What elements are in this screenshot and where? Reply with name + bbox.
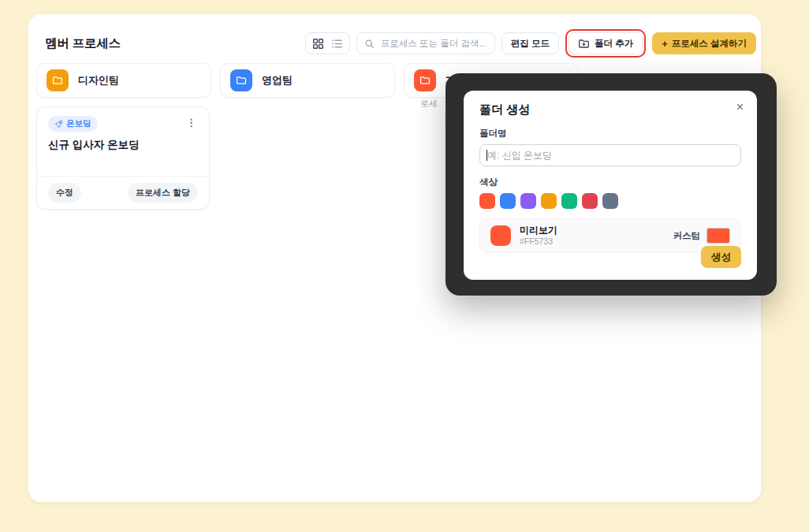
add-folder-button[interactable]: 폴더 추가 [569, 32, 643, 54]
assign-process-button[interactable]: 프로세스 할당 [128, 183, 198, 203]
folder-name: 영업팀 [262, 73, 293, 87]
rocket-icon [54, 120, 63, 128]
page-title: 멤버 프로세스 [45, 35, 121, 52]
close-icon[interactable]: × [734, 99, 746, 116]
folder-card-design[interactable]: 디자인팀 [36, 63, 211, 98]
dialog-title: 폴더 생성 [479, 102, 741, 117]
process-card[interactable]: 온보딩 ⋮ 신규 입사자 온보딩 수정 프로세스 할당 [36, 106, 210, 210]
kebab-menu-icon[interactable]: ⋮ [183, 116, 199, 129]
color-swatch[interactable] [561, 193, 577, 209]
grid-view-icon[interactable] [312, 38, 324, 50]
search-box[interactable] [356, 32, 495, 54]
folder-plus-icon [578, 38, 590, 50]
click-target-annotation: 폴더 추가 [565, 29, 646, 58]
folder-name-input[interactable] [479, 144, 741, 166]
custom-color-picker[interactable] [706, 228, 730, 244]
badge-label: 온보딩 [66, 118, 91, 129]
create-button[interactable]: 생성 [701, 246, 741, 268]
color-swatch[interactable] [541, 193, 557, 209]
toolbar: 편집 모드 폴더 추가 + 프로세스 설계하기 [305, 29, 756, 58]
preview-color-swatch [490, 225, 511, 246]
preview-label: 미리보기 [520, 225, 557, 236]
color-label: 색상 [479, 177, 741, 188]
color-swatch-row [479, 193, 741, 209]
edit-mode-label: 편집 모드 [511, 38, 550, 50]
folder-name-label: 폴더명 [479, 128, 741, 140]
add-folder-label: 폴더 추가 [595, 38, 633, 50]
search-input[interactable] [379, 38, 487, 49]
page-header: 멤버 프로세스 [45, 30, 756, 57]
folder-icon [230, 69, 252, 91]
plus-icon: + [662, 38, 668, 50]
onboarding-badge: 온보딩 [48, 116, 98, 132]
folder-icon [47, 69, 69, 91]
create-folder-dialog: 폴더 생성 × 폴더명 색상 미리보기 #FF5733 커스텀 [464, 91, 757, 280]
preview-hex-value: #FF5733 [520, 236, 557, 247]
search-icon [364, 39, 375, 49]
edit-mode-button[interactable]: 편집 모드 [501, 32, 559, 54]
list-view-icon[interactable] [331, 38, 343, 50]
view-toggle [305, 32, 350, 54]
modal-backdrop: 폴더 생성 × 폴더명 색상 미리보기 #FF5733 커스텀 [446, 73, 777, 296]
color-swatch[interactable] [479, 193, 495, 209]
edit-button[interactable]: 수정 [48, 183, 81, 203]
custom-color-label: 커스텀 [673, 230, 701, 242]
text-caret [487, 150, 487, 161]
color-swatch[interactable] [582, 193, 598, 209]
folder-icon [414, 69, 436, 91]
occluded-text-fragment: 로세 [420, 98, 438, 110]
folder-name: 디자인팀 [78, 73, 119, 87]
design-process-button[interactable]: + 프로세스 설계하기 [652, 32, 756, 54]
process-card-footer: 수정 프로세스 할당 [37, 176, 209, 209]
color-swatch[interactable] [500, 193, 516, 209]
design-process-label: 프로세스 설계하기 [672, 38, 747, 50]
process-title: 신규 입사자 온보딩 [37, 132, 209, 152]
color-swatch[interactable] [520, 193, 536, 209]
color-swatch[interactable] [602, 193, 618, 209]
folder-card-sales[interactable]: 영업팀 [220, 63, 395, 98]
